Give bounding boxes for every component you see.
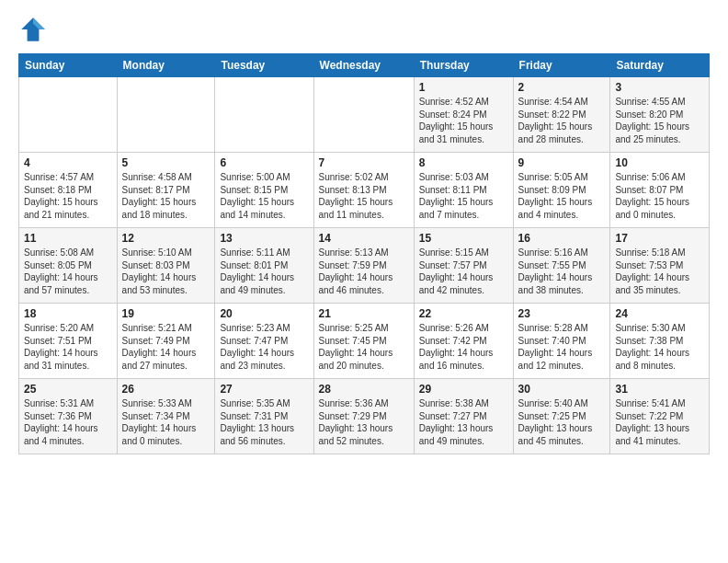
day-info: Sunrise: 4:57 AMSunset: 8:18 PMDaylight:… [24, 171, 112, 221]
day-info: Sunrise: 5:13 AMSunset: 7:59 PMDaylight:… [319, 247, 409, 296]
calendar-cell: 2Sunrise: 4:54 AMSunset: 8:22 PMDaylight… [513, 77, 610, 153]
day-number: 8 [419, 156, 508, 169]
calendar-cell: 22Sunrise: 5:26 AMSunset: 7:42 PMDayligh… [414, 304, 513, 379]
day-number: 16 [518, 232, 606, 245]
calendar-cell: 1Sunrise: 4:52 AMSunset: 8:24 PMDaylight… [414, 77, 513, 153]
logo-icon [18, 15, 48, 44]
day-info: Sunrise: 5:23 AMSunset: 7:47 PMDaylight:… [220, 322, 308, 372]
day-number: 31 [615, 383, 704, 396]
week-row-3: 11Sunrise: 5:08 AMSunset: 8:05 PMDayligh… [19, 228, 710, 304]
day-of-week-thursday: Thursday [414, 54, 513, 77]
day-info: Sunrise: 5:11 AMSunset: 8:01 PMDaylight:… [220, 247, 308, 296]
calendar-cell: 20Sunrise: 5:23 AMSunset: 7:47 PMDayligh… [215, 304, 313, 379]
day-info: Sunrise: 5:36 AMSunset: 7:29 PMDaylight:… [319, 397, 409, 447]
day-info: Sunrise: 5:18 AMSunset: 7:53 PMDaylight:… [615, 247, 704, 296]
day-info: Sunrise: 5:10 AMSunset: 8:03 PMDaylight:… [122, 247, 210, 296]
week-row-1: 1Sunrise: 4:52 AMSunset: 8:24 PMDaylight… [19, 77, 710, 153]
day-info: Sunrise: 5:38 AMSunset: 7:27 PMDaylight:… [419, 397, 508, 447]
week-row-5: 25Sunrise: 5:31 AMSunset: 7:36 PMDayligh… [19, 379, 710, 454]
day-number: 7 [319, 156, 409, 169]
day-info: Sunrise: 5:00 AMSunset: 8:15 PMDaylight:… [220, 171, 308, 221]
calendar-cell [117, 77, 215, 153]
day-of-week-saturday: Saturday [610, 54, 710, 77]
day-number: 27 [220, 383, 308, 396]
day-info: Sunrise: 5:25 AMSunset: 7:45 PMDaylight:… [319, 322, 409, 372]
calendar-cell [313, 77, 414, 153]
calendar-cell: 9Sunrise: 5:05 AMSunset: 8:09 PMDaylight… [513, 153, 610, 228]
day-number: 17 [615, 232, 704, 245]
day-number: 25 [24, 383, 112, 396]
day-number: 6 [220, 156, 308, 169]
day-info: Sunrise: 5:08 AMSunset: 8:05 PMDaylight:… [24, 247, 112, 296]
calendar-cell: 5Sunrise: 4:58 AMSunset: 8:17 PMDaylight… [117, 153, 215, 228]
calendar-header: SundayMondayTuesdayWednesdayThursdayFrid… [19, 54, 710, 77]
day-number: 11 [24, 232, 112, 245]
day-number: 24 [615, 307, 704, 320]
day-info: Sunrise: 5:06 AMSunset: 8:07 PMDaylight:… [615, 171, 704, 221]
calendar-cell: 13Sunrise: 5:11 AMSunset: 8:01 PMDayligh… [215, 228, 313, 304]
calendar-cell: 26Sunrise: 5:33 AMSunset: 7:34 PMDayligh… [117, 379, 215, 454]
day-info: Sunrise: 5:30 AMSunset: 7:38 PMDaylight:… [615, 322, 704, 372]
day-number: 2 [518, 81, 606, 94]
day-number: 1 [419, 81, 508, 94]
day-number: 30 [518, 383, 606, 396]
day-of-week-friday: Friday [513, 54, 610, 77]
calendar-cell: 10Sunrise: 5:06 AMSunset: 8:07 PMDayligh… [610, 153, 710, 228]
day-info: Sunrise: 5:31 AMSunset: 7:36 PMDaylight:… [24, 397, 112, 447]
day-of-week-sunday: Sunday [19, 54, 118, 77]
day-info: Sunrise: 5:02 AMSunset: 8:13 PMDaylight:… [319, 171, 409, 221]
day-info: Sunrise: 4:54 AMSunset: 8:22 PMDaylight:… [518, 96, 606, 145]
day-info: Sunrise: 5:33 AMSunset: 7:34 PMDaylight:… [122, 397, 210, 447]
calendar-cell: 4Sunrise: 4:57 AMSunset: 8:18 PMDaylight… [19, 153, 118, 228]
day-number: 22 [419, 307, 508, 320]
day-number: 4 [24, 156, 112, 169]
day-number: 15 [419, 232, 508, 245]
calendar-cell: 30Sunrise: 5:40 AMSunset: 7:25 PMDayligh… [513, 379, 610, 454]
day-info: Sunrise: 4:58 AMSunset: 8:17 PMDaylight:… [122, 171, 210, 221]
header [18, 15, 710, 44]
calendar-cell: 25Sunrise: 5:31 AMSunset: 7:36 PMDayligh… [19, 379, 118, 454]
day-of-week-tuesday: Tuesday [215, 54, 313, 77]
day-info: Sunrise: 5:20 AMSunset: 7:51 PMDaylight:… [24, 322, 112, 372]
calendar-cell: 19Sunrise: 5:21 AMSunset: 7:49 PMDayligh… [117, 304, 215, 379]
day-number: 5 [122, 156, 210, 169]
calendar-cell: 24Sunrise: 5:30 AMSunset: 7:38 PMDayligh… [610, 304, 710, 379]
day-info: Sunrise: 5:40 AMSunset: 7:25 PMDaylight:… [518, 397, 606, 447]
calendar-cell: 15Sunrise: 5:15 AMSunset: 7:57 PMDayligh… [414, 228, 513, 304]
day-info: Sunrise: 5:26 AMSunset: 7:42 PMDaylight:… [419, 322, 508, 372]
day-number: 20 [220, 307, 308, 320]
calendar-cell: 14Sunrise: 5:13 AMSunset: 7:59 PMDayligh… [313, 228, 414, 304]
day-number: 26 [122, 383, 210, 396]
week-row-2: 4Sunrise: 4:57 AMSunset: 8:18 PMDaylight… [19, 153, 710, 228]
day-number: 3 [615, 81, 704, 94]
day-number: 28 [319, 383, 409, 396]
day-info: Sunrise: 5:05 AMSunset: 8:09 PMDaylight:… [518, 171, 606, 221]
day-number: 9 [518, 156, 606, 169]
day-info: Sunrise: 5:15 AMSunset: 7:57 PMDaylight:… [419, 247, 508, 296]
day-number: 13 [220, 232, 308, 245]
logo [18, 15, 51, 44]
calendar-cell: 17Sunrise: 5:18 AMSunset: 7:53 PMDayligh… [610, 228, 710, 304]
calendar-cell: 21Sunrise: 5:25 AMSunset: 7:45 PMDayligh… [313, 304, 414, 379]
day-number: 21 [319, 307, 409, 320]
day-info: Sunrise: 4:55 AMSunset: 8:20 PMDaylight:… [615, 96, 704, 145]
day-number: 18 [24, 307, 112, 320]
calendar-cell [215, 77, 313, 153]
day-info: Sunrise: 5:41 AMSunset: 7:22 PMDaylight:… [615, 397, 704, 447]
calendar-cell: 27Sunrise: 5:35 AMSunset: 7:31 PMDayligh… [215, 379, 313, 454]
day-number: 23 [518, 307, 606, 320]
day-number: 14 [319, 232, 409, 245]
day-number: 29 [419, 383, 508, 396]
calendar-table: SundayMondayTuesdayWednesdayThursdayFrid… [18, 53, 710, 454]
calendar-cell: 23Sunrise: 5:28 AMSunset: 7:40 PMDayligh… [513, 304, 610, 379]
calendar-cell [19, 77, 118, 153]
calendar-body: 1Sunrise: 4:52 AMSunset: 8:24 PMDaylight… [19, 77, 710, 454]
header-row: SundayMondayTuesdayWednesdayThursdayFrid… [19, 54, 710, 77]
page: SundayMondayTuesdayWednesdayThursdayFrid… [0, 0, 728, 464]
calendar-cell: 3Sunrise: 4:55 AMSunset: 8:20 PMDaylight… [610, 77, 710, 153]
calendar-cell: 16Sunrise: 5:16 AMSunset: 7:55 PMDayligh… [513, 228, 610, 304]
day-number: 10 [615, 156, 704, 169]
calendar-cell: 11Sunrise: 5:08 AMSunset: 8:05 PMDayligh… [19, 228, 118, 304]
day-info: Sunrise: 5:21 AMSunset: 7:49 PMDaylight:… [122, 322, 210, 372]
day-info: Sunrise: 5:03 AMSunset: 8:11 PMDaylight:… [419, 171, 508, 221]
